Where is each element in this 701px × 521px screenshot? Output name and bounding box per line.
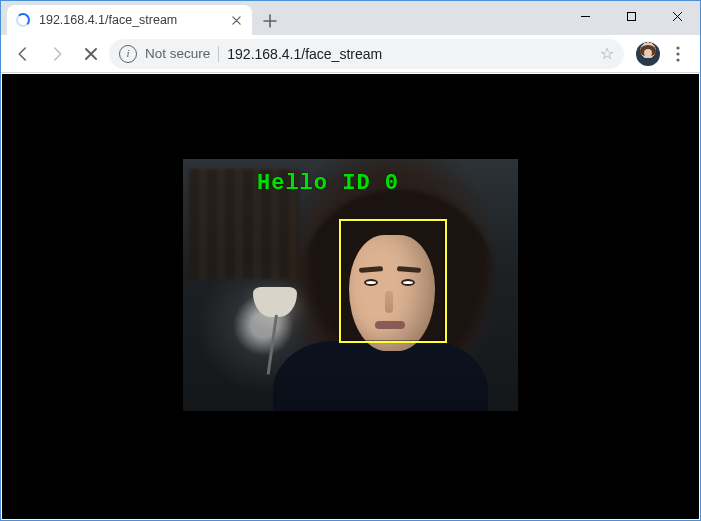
kebab-menu-button[interactable]	[662, 39, 694, 69]
profile-avatar[interactable]	[636, 42, 660, 66]
window-controls	[562, 1, 700, 31]
browser-toolbar: i Not secure 192.168.4.1/face_stream ☆	[1, 35, 700, 73]
url-text: 192.168.4.1/face_stream	[227, 46, 592, 62]
separator	[218, 46, 219, 62]
back-button[interactable]	[7, 39, 39, 69]
detection-label: Hello ID 0	[257, 171, 399, 196]
video-stream: Hello ID 0	[183, 159, 518, 411]
stop-reload-button[interactable]	[75, 39, 107, 69]
face-bounding-box	[339, 219, 447, 343]
svg-rect-0	[627, 12, 635, 20]
window-titlebar: 192.168.4.1/face_stream	[1, 1, 700, 35]
svg-point-1	[676, 46, 679, 49]
window-maximize-button[interactable]	[608, 1, 654, 31]
window-close-button[interactable]	[654, 1, 700, 31]
background-lamp	[253, 287, 297, 317]
forward-button[interactable]	[41, 39, 73, 69]
tab-title: 192.168.4.1/face_stream	[39, 13, 220, 27]
tab-close-button[interactable]	[228, 12, 244, 28]
browser-tab[interactable]: 192.168.4.1/face_stream	[7, 5, 252, 35]
background-lamp-arm	[267, 315, 278, 375]
loading-spinner-icon	[15, 12, 31, 28]
site-info-icon[interactable]: i	[119, 45, 137, 63]
subject-shoulders	[273, 341, 488, 411]
security-status: Not secure	[145, 46, 210, 61]
svg-point-2	[676, 52, 679, 55]
page-content: Hello ID 0	[2, 74, 699, 519]
window-minimize-button[interactable]	[562, 1, 608, 31]
new-tab-button[interactable]	[256, 7, 284, 35]
address-bar[interactable]: i Not secure 192.168.4.1/face_stream ☆	[109, 39, 624, 69]
bookmark-star-icon[interactable]: ☆	[600, 44, 614, 63]
svg-point-3	[676, 58, 679, 61]
